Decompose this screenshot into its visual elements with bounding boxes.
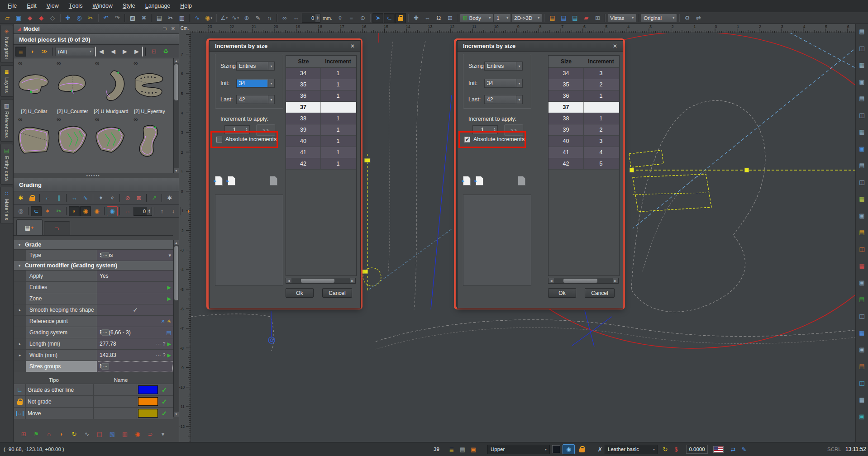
spinner-arrows-icon[interactable]: ▲▼ — [492, 126, 497, 134]
legend-name-cell[interactable] — [94, 396, 137, 407]
piece-thumbnail[interactable] — [16, 66, 52, 109]
close-icon[interactable]: ✕ — [171, 26, 175, 32]
import-shoe-icon[interactable]: ◆ — [36, 13, 47, 23]
magnet-tool-icon[interactable]: ⊃ — [145, 429, 156, 439]
panel-e-icon[interactable]: ◫ — [857, 310, 867, 321]
export-pieces-icon[interactable]: ♻ — [160, 47, 171, 57]
curve-c-icon[interactable]: ⊂ — [384, 13, 395, 23]
notch-icon[interactable]: ◊ — [334, 13, 345, 23]
menu-style[interactable]: Style — [118, 0, 140, 12]
move-up-icon[interactable]: ↑ — [157, 206, 167, 216]
dropdown-view-mode[interactable]: 2D->3D▾ — [511, 14, 542, 23]
node-view-2-icon[interactable]: ◉ — [91, 206, 102, 216]
monitor-icon[interactable]: ▦ — [857, 126, 867, 137]
material-dropdown[interactable]: Leather basic▾ — [605, 445, 658, 454]
scroll-right-icon[interactable]: ▶ — [350, 278, 355, 283]
sync-status-icon[interactable]: ⇄ — [728, 442, 739, 456]
increment-cell[interactable]: 1 — [321, 113, 355, 124]
paste-increments-button[interactable] — [270, 176, 277, 185]
menu-edit[interactable]: Edit — [22, 0, 42, 12]
spinner-arrows-icon[interactable]: ▲▼ — [147, 207, 152, 215]
redo-icon[interactable]: ↷ — [112, 13, 123, 23]
piece-5[interactable]: ∞ — [15, 115, 53, 163]
nav-first-icon[interactable]: ◀ — [95, 47, 107, 57]
pieces-scrollbar[interactable]: ▲ ▼ — [173, 58, 179, 173]
scroll-up-icon[interactable]: ▲ — [174, 58, 179, 63]
legend-name-cell[interactable] — [94, 384, 137, 395]
increment-cell[interactable]: 2 — [584, 79, 618, 90]
size-row-34[interactable]: 341 — [286, 68, 356, 79]
move-down-icon[interactable]: ↓ — [168, 206, 179, 216]
dialog-titlebar[interactable]: Increments by size✕ — [210, 41, 360, 52]
node-add-icon[interactable]: ✶ — [42, 206, 53, 216]
layer-orange-icon[interactable]: ▤ — [547, 13, 558, 23]
omega-icon[interactable]: Ω — [433, 13, 444, 23]
increment-spinner[interactable]: 1▲▼ — [224, 125, 250, 134]
parallel-grade-icon[interactable]: ∥ — [53, 193, 64, 203]
model-panel-titlebar[interactable]: ◢ Model ⊐ ✕ — [14, 24, 179, 34]
dialog-titlebar[interactable]: Increments by size✕ — [458, 41, 623, 52]
layer-dropdown[interactable]: Upper▾ — [487, 445, 550, 454]
panel-c-icon[interactable]: ▣ — [857, 210, 867, 221]
load-increments-file-button[interactable]: ► — [476, 176, 483, 185]
dropdown-vistas[interactable]: Vistas▾ — [607, 14, 636, 23]
view-panel-icon[interactable]: ◫ — [857, 43, 867, 53]
increment-cell[interactable]: 3 — [584, 136, 618, 147]
layer-blue-icon[interactable]: ▤ — [558, 13, 569, 23]
scroll-down-icon[interactable]: ▼ — [174, 412, 179, 417]
increment-cell[interactable]: 1 — [321, 124, 355, 135]
panel-g-icon[interactable]: ▦ — [857, 394, 867, 405]
screen-2-icon[interactable]: ▤ — [857, 93, 867, 104]
color-swatch[interactable] — [552, 445, 560, 453]
tab-references[interactable]: ▥References — [0, 99, 13, 142]
price-tag-icon[interactable]: $ — [671, 442, 682, 456]
curve-select-icon[interactable]: ⊂ — [31, 206, 42, 216]
nav-last-icon[interactable]: ▶ — [131, 47, 143, 57]
measure-icon[interactable]: ✂ — [85, 13, 96, 23]
legend-row-not-grade[interactable]: Not grade✓ — [14, 396, 173, 408]
cancel-button[interactable]: Cancel — [322, 288, 352, 298]
ok-button[interactable]: Ok — [286, 288, 314, 298]
scroll-down-icon[interactable]: ▼ — [174, 168, 179, 173]
tab-navigator[interactable]: ☀Navigator — [0, 25, 13, 63]
init-dropdown[interactable]: 34▾ — [484, 79, 523, 88]
ribbon-icon[interactable]: ▰ — [581, 13, 591, 23]
chevron-down-icon[interactable]: ▾ — [268, 62, 274, 70]
price-field[interactable]: 0.0000 — [686, 445, 708, 454]
dropdown-body[interactable]: ▧Body▾ — [460, 14, 493, 23]
property-row-grading-system[interactable]: Grading systemEU (6,66 - 3)▤⋯ — [14, 327, 173, 338]
menu-view[interactable]: View — [42, 0, 64, 12]
piece-thumbnail[interactable] — [55, 121, 91, 163]
target-icon[interactable]: ⊕ — [241, 13, 252, 23]
increment-cell[interactable]: 5 — [584, 158, 618, 169]
d-orange-icon[interactable]: ◗ — [56, 429, 67, 439]
scroll-left-icon[interactable]: ◀ — [286, 278, 291, 283]
menu-tools[interactable]: Tools — [64, 0, 88, 12]
size-row-41[interactable]: 411 — [286, 147, 356, 158]
property-row-smooth-keeping-the-shape[interactable]: ▸Smooth keeping the shape✓ — [14, 304, 173, 316]
target-orange-icon[interactable]: ◉ — [132, 429, 143, 439]
stitch-icon[interactable]: ≡ — [346, 13, 357, 23]
legend-name-cell[interactable] — [94, 408, 137, 419]
cut-grade-icon[interactable]: ✂ — [53, 206, 64, 216]
screen-1-icon[interactable]: ▣ — [857, 76, 867, 87]
d-arrow-icon[interactable]: ◗ — [183, 206, 194, 216]
property-value[interactable]: No⋯ — [97, 361, 173, 372]
saved-increments-list[interactable] — [463, 195, 531, 286]
apply-grade-icon[interactable]: ↗ — [149, 193, 160, 203]
flag-tool-icon[interactable]: ⚑ — [31, 429, 42, 439]
lock-icon[interactable] — [395, 13, 406, 23]
eraser-icon[interactable]: ▨ — [127, 13, 138, 23]
panel-d-icon[interactable]: ▣ — [857, 277, 867, 288]
blue-panel-icon[interactable]: ▦ — [857, 327, 867, 338]
tab-grade-values[interactable]: ▤✦ — [16, 219, 43, 235]
increment-cell[interactable]: 1 — [321, 90, 355, 101]
property-row-reference-point[interactable]: Reference point✕✳ — [14, 316, 173, 327]
dimension-icon[interactable]: ↔ — [291, 13, 301, 23]
cancel-button[interactable]: Cancel — [585, 288, 615, 298]
refresh-model-icon[interactable]: ♻ — [682, 13, 692, 23]
property-row-sizes-groups[interactable]: Sizes groupsNo⋯ — [14, 361, 173, 372]
color-swatch[interactable] — [138, 385, 158, 394]
scroll-right-icon[interactable]: ▶ — [613, 278, 618, 283]
grid-icon[interactable]: ⊞ — [444, 13, 455, 23]
